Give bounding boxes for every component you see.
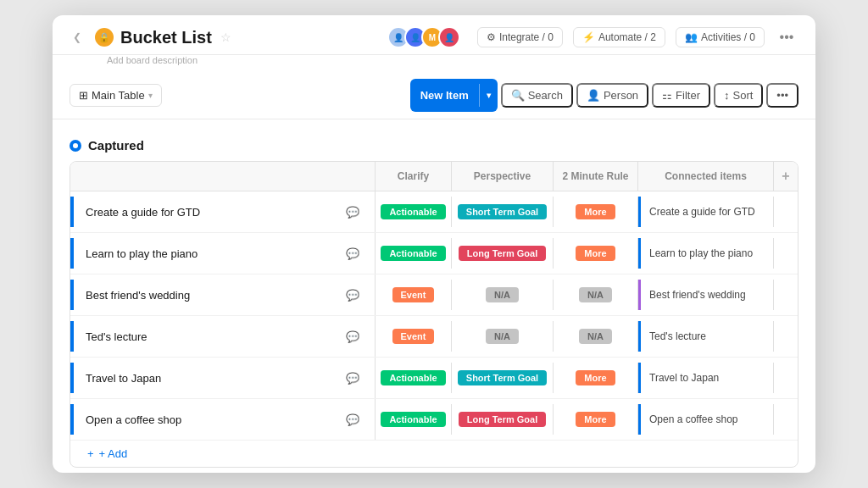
connected-cell: Open a coffee shop xyxy=(638,404,774,435)
board-title: Bucket List xyxy=(120,28,212,47)
two-min-cell[interactable]: More xyxy=(554,197,638,227)
clarify-badge: Actionable xyxy=(381,412,445,427)
section-dot-captured xyxy=(70,140,81,152)
connected-cell: Create a guide for GTD xyxy=(638,197,774,227)
clarify-cell[interactable]: Actionable xyxy=(376,363,452,393)
perspective-badge: Short Term Goal xyxy=(458,204,547,219)
connected-cell: Learn to play the piano xyxy=(638,238,774,269)
table-row: Learn to play the piano 💬 Actionable Lon… xyxy=(70,233,798,274)
col-connected: Connected items xyxy=(638,162,774,191)
row-name-cell: Best friend's wedding 💬 xyxy=(70,274,376,315)
two-min-badge: More xyxy=(576,412,615,427)
comment-icon[interactable]: 💬 xyxy=(346,330,359,343)
person-icon: 👤 xyxy=(587,89,600,102)
sort-button[interactable]: ↕ Sort xyxy=(714,83,763,108)
row-name-cell: Learn to play the piano 💬 xyxy=(70,233,376,274)
clarify-cell[interactable]: Actionable xyxy=(376,197,452,227)
integrate-icon: ⚙ xyxy=(487,31,496,43)
person-button[interactable]: 👤 Person xyxy=(576,83,648,108)
table-row: Best friend's wedding 💬 Event N/A N/A Be… xyxy=(70,274,798,316)
perspective-cell[interactable]: Short Term Goal xyxy=(452,197,554,227)
clarify-cell[interactable]: Actionable xyxy=(376,404,452,435)
row-name-cell: Create a guide for GTD 💬 xyxy=(70,191,376,232)
perspective-cell[interactable]: Short Term Goal xyxy=(452,363,554,393)
two-min-badge: More xyxy=(576,246,615,261)
table-icon: ⊞ xyxy=(79,89,88,102)
table-row: Ted's lecture 💬 Event N/A N/A Ted's lect… xyxy=(70,316,798,358)
row-color-bar xyxy=(70,363,74,393)
collapse-button[interactable]: ❮ xyxy=(70,30,85,45)
perspective-cell[interactable]: Long Term Goal xyxy=(452,404,554,435)
table-row: Open a coffee shop 💬 Actionable Long Ter… xyxy=(70,399,798,441)
two-min-cell[interactable]: More xyxy=(554,238,638,269)
perspective-badge: Long Term Goal xyxy=(459,246,547,261)
automate-button[interactable]: ⚡ Automate / 2 xyxy=(573,27,665,47)
col-name xyxy=(70,162,376,191)
toolbar: ⊞ Main Table ▾ New Item ▾ 🔍 Search 👤 Per… xyxy=(53,72,815,119)
connected-cell: Ted's lecture xyxy=(638,321,774,352)
clarify-badge: Event xyxy=(392,329,435,344)
row-name: Open a coffee shop xyxy=(79,413,181,426)
avatar: 👤 xyxy=(438,26,460,48)
row-color-bar xyxy=(70,197,74,227)
perspective-cell[interactable]: N/A xyxy=(452,280,554,310)
clarify-cell[interactable]: Event xyxy=(376,280,452,310)
new-item-arrow[interactable]: ▾ xyxy=(480,86,498,105)
two-min-cell[interactable]: More xyxy=(554,404,638,435)
add-icon: + xyxy=(87,447,94,460)
filter-icon: ⚏ xyxy=(662,89,672,102)
add-row-captured[interactable]: + + Add xyxy=(70,441,798,467)
col-clarify: Clarify xyxy=(376,162,452,191)
perspective-cell[interactable]: Long Term Goal xyxy=(452,238,554,269)
star-icon[interactable]: ☆ xyxy=(220,30,231,44)
connected-cell: Best friend's wedding xyxy=(638,280,774,310)
two-min-cell[interactable]: N/A xyxy=(554,280,638,310)
header-more-button[interactable]: ••• xyxy=(775,25,798,49)
comment-icon[interactable]: 💬 xyxy=(346,413,359,426)
integrate-button[interactable]: ⚙ Integrate / 0 xyxy=(477,27,563,47)
automate-icon: ⚡ xyxy=(582,31,595,43)
board-icon: 🔒 xyxy=(95,28,114,47)
row-name: Travel to Japan xyxy=(79,372,161,385)
two-min-badge: N/A xyxy=(579,329,612,344)
perspective-cell[interactable]: N/A xyxy=(452,321,554,352)
share-button[interactable]: 👥 Activities / 0 xyxy=(676,27,765,47)
new-item-button[interactable]: New Item ▾ xyxy=(410,79,498,112)
clarify-cell[interactable]: Event xyxy=(376,321,452,352)
row-name: Best friend's wedding xyxy=(79,289,190,302)
comment-icon[interactable]: 💬 xyxy=(346,372,359,385)
table-row: Create a guide for GTD 💬 Actionable Shor… xyxy=(70,191,798,233)
clarify-badge: Actionable xyxy=(381,204,445,219)
filter-button[interactable]: ⚏ Filter xyxy=(652,83,710,108)
search-icon: 🔍 xyxy=(511,89,525,102)
col-two-min: 2 Minute Rule xyxy=(554,162,638,191)
add-column-button[interactable]: + xyxy=(774,162,798,191)
row-color-bar xyxy=(70,321,74,352)
row-name-cell: Ted's lecture 💬 xyxy=(70,316,376,357)
clarify-cell[interactable]: Actionable xyxy=(376,238,452,269)
clarify-badge: Event xyxy=(392,287,435,302)
toolbar-more-button[interactable]: ••• xyxy=(766,83,798,108)
board-description: Add board description xyxy=(53,55,815,72)
clarify-badge: Actionable xyxy=(381,370,445,385)
row-name: Ted's lecture xyxy=(79,330,147,343)
search-button[interactable]: 🔍 Search xyxy=(501,83,573,108)
table-view-button[interactable]: ⊞ Main Table ▾ xyxy=(70,84,162,107)
perspective-badge: Long Term Goal xyxy=(459,412,547,427)
two-min-cell[interactable]: N/A xyxy=(554,321,638,352)
comment-icon[interactable]: 💬 xyxy=(346,289,359,302)
section-title-captured: Captured xyxy=(88,138,144,152)
col-headers-captured: Clarify Perspective 2 Minute Rule Connec… xyxy=(70,162,798,191)
row-name: Create a guide for GTD xyxy=(79,206,200,219)
two-min-cell[interactable]: More xyxy=(554,363,638,393)
two-min-badge: More xyxy=(576,370,615,385)
app-header: ❮ 🔒 Bucket List ☆ 👤 👤 M 👤 ⚙ Integrate / … xyxy=(53,15,815,55)
content-area: Captured Clarify Perspective 2 Minute Ru… xyxy=(53,119,815,473)
section-header-captured: Captured xyxy=(70,133,798,158)
comment-icon[interactable]: 💬 xyxy=(346,247,359,260)
avatar-group: 👤 👤 M 👤 xyxy=(387,26,460,48)
two-min-badge: More xyxy=(576,204,615,219)
table-captured: Clarify Perspective 2 Minute Rule Connec… xyxy=(70,161,798,468)
comment-icon[interactable]: 💬 xyxy=(346,206,359,219)
perspective-badge: N/A xyxy=(486,287,519,302)
